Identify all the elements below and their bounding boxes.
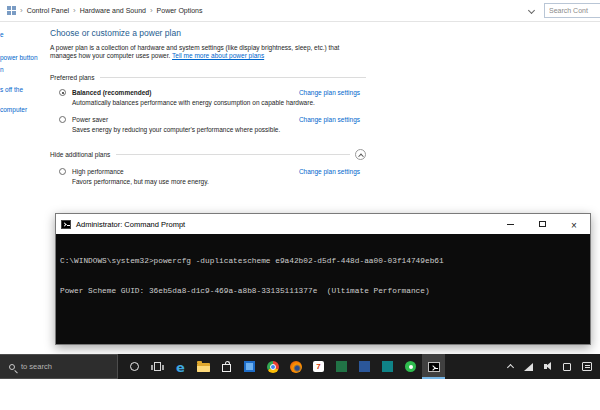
sidebar-link-fragment[interactable]: s off the	[0, 86, 23, 93]
console-line: Power Scheme GUID: 36eb5da8-d1c9-469a-a8…	[60, 286, 586, 296]
system-tray	[508, 354, 600, 379]
sidebar-task-links: e power button n s off the computer	[0, 22, 46, 172]
page-title: Choose or customize a power plan	[50, 28, 366, 38]
store-icon	[222, 364, 231, 372]
taskbar-search-box[interactable]: to search	[0, 354, 118, 379]
maximize-button[interactable]	[526, 214, 558, 234]
breadcrumb-power-options[interactable]: Power Options	[157, 7, 203, 14]
search-icon	[9, 364, 15, 370]
taskbar-button-app-teal[interactable]	[376, 354, 399, 379]
taskbar-button-chrome[interactable]	[261, 354, 284, 379]
radio-power-saver[interactable]	[59, 116, 66, 123]
photos-icon	[244, 361, 255, 372]
tray-show-hidden-icons[interactable]	[508, 363, 513, 370]
intro-paragraph: A power plan is a collection of hardware…	[50, 44, 366, 60]
breadcrumb-control-panel[interactable]: Control Panel	[27, 7, 69, 14]
taskbar-search-text: to search	[21, 362, 52, 371]
hidden-plans-section-header: Hide additional plans	[50, 149, 366, 160]
breadcrumb-separator: ›	[20, 6, 23, 15]
taskbar-button-edge[interactable]	[169, 354, 192, 379]
screen: › Control Panel › Hardware and Sound › P…	[0, 0, 600, 410]
edge-icon	[176, 358, 185, 376]
section-divider	[100, 77, 366, 78]
app-teal-icon	[382, 361, 393, 372]
change-plan-settings-link-power-saver[interactable]: Change plan settings	[299, 116, 360, 123]
breadcrumb-separator: ›	[73, 6, 76, 15]
plan-balanced: Balanced (recommended) Change plan setti…	[50, 89, 366, 106]
tray-network[interactable]	[524, 363, 533, 371]
console-line	[60, 316, 586, 326]
radio-high-performance[interactable]	[59, 168, 66, 175]
taskbar: to search	[0, 354, 600, 379]
command-prompt-icon	[61, 220, 71, 229]
plan-name: High performance	[72, 168, 124, 175]
tray-volume[interactable]	[544, 364, 552, 369]
firefox-icon	[290, 361, 302, 373]
taskbar-button-firefox[interactable]	[284, 354, 307, 379]
cortana-icon	[130, 362, 139, 371]
taskbar-button-task-view[interactable]	[146, 354, 169, 379]
taskbar-button-photos[interactable]	[238, 354, 261, 379]
tray-action-center[interactable]	[582, 362, 592, 371]
command-prompt-window: Administrator: Command Prompt C:\WINDOWS…	[55, 213, 591, 345]
plan-name: Power saver	[72, 116, 108, 123]
app-circle-icon	[405, 361, 416, 372]
taskbar-button-cortana[interactable]	[123, 354, 146, 379]
sidebar-link-fragment[interactable]: computer	[0, 106, 27, 113]
change-plan-settings-link-balanced[interactable]: Change plan settings	[299, 89, 360, 96]
plan-high-performance: High performance Change plan settings Fa…	[50, 168, 366, 185]
app-blue-icon	[359, 361, 370, 372]
plan-name: Balanced (recommended)	[72, 89, 151, 96]
taskbar-button-store[interactable]	[215, 354, 238, 379]
breadcrumb-separator: ›	[150, 6, 153, 15]
chevron-up-icon	[507, 364, 514, 371]
taskbar-button-file-explorer[interactable]	[192, 354, 215, 379]
radio-balanced[interactable]	[59, 89, 66, 96]
cmd-titlebar[interactable]: Administrator: Command Prompt	[56, 214, 590, 234]
search-input[interactable]	[544, 3, 600, 18]
network-icon	[524, 363, 533, 371]
task-view-icon	[154, 362, 161, 371]
chevron-down-icon[interactable]	[528, 7, 535, 14]
change-plan-settings-link-high-performance[interactable]: Change plan settings	[299, 168, 360, 175]
collapse-section-button[interactable]	[355, 149, 366, 160]
console-line: C:\WINDOWS\system32>powercfg -duplicates…	[60, 256, 586, 266]
taskbar-button-app-circle[interactable]	[399, 354, 422, 379]
taskbar-button-command-prompt-active[interactable]	[422, 354, 445, 379]
maximize-icon	[539, 221, 546, 227]
power-plan-panel: Choose or customize a power plan A power…	[50, 28, 366, 185]
taskbar-button-app-blue[interactable]	[353, 354, 376, 379]
cmd-window-title: Administrator: Command Prompt	[76, 220, 185, 229]
sidebar-link-fragment[interactable]: power button	[0, 54, 38, 61]
plan-description: Saves energy by reducing your computer's…	[72, 126, 366, 133]
taskbar-button-app-red[interactable]	[307, 354, 330, 379]
action-center-icon	[582, 362, 592, 371]
chrome-icon	[267, 361, 279, 373]
tell-me-more-link[interactable]: Tell me more about power plans	[172, 52, 264, 59]
section-divider	[116, 154, 350, 155]
app-red-icon	[313, 361, 324, 372]
plan-power-saver: Power saver Change plan settings Saves e…	[50, 116, 366, 133]
file-explorer-icon	[197, 363, 210, 372]
control-panel-icon	[7, 6, 16, 15]
minimize-button[interactable]	[494, 214, 526, 234]
close-button[interactable]	[558, 214, 590, 234]
tray-input-indicator[interactable]	[563, 363, 571, 371]
command-prompt-icon	[428, 362, 440, 372]
app-green-icon	[336, 361, 347, 372]
plan-description: Automatically balances performance with …	[72, 99, 366, 106]
minimize-icon	[507, 224, 514, 225]
taskbar-button-app-green[interactable]	[330, 354, 353, 379]
chevron-up-icon	[358, 153, 364, 159]
taskbar-apps	[123, 354, 445, 379]
sidebar-link-fragment[interactable]: n	[0, 66, 4, 73]
console-output[interactable]: C:\WINDOWS\system32>powercfg -duplicates…	[56, 234, 590, 344]
keyboard-icon	[563, 363, 571, 371]
volume-icon	[544, 364, 547, 369]
breadcrumb-hardware-and-sound[interactable]: Hardware and Sound	[80, 7, 146, 14]
sidebar-link-fragment[interactable]: e	[0, 31, 4, 38]
breadcrumb-bar: › Control Panel › Hardware and Sound › P…	[0, 0, 600, 22]
window-controls	[494, 214, 590, 234]
preferred-plans-section-header: Preferred plans	[50, 74, 366, 81]
plan-description: Favors performance, but may use more ene…	[72, 178, 366, 185]
